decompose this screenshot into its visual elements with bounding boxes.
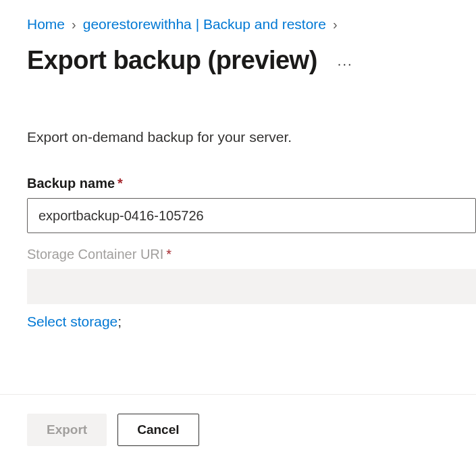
backup-name-input[interactable] (27, 198, 476, 233)
page-description: Export on-demand backup for your server. (0, 75, 476, 145)
required-indicator: * (166, 247, 171, 262)
page-title-row: Export backup (preview) ··· (0, 32, 476, 75)
more-actions-icon[interactable]: ··· (338, 49, 353, 72)
semicolon: ; (117, 314, 122, 329)
storage-uri-input (27, 269, 476, 304)
chevron-right-icon: › (72, 18, 76, 31)
backup-name-label: Backup name* (27, 176, 476, 191)
storage-uri-label: Storage Container URI* (27, 247, 476, 262)
breadcrumb-home[interactable]: Home (27, 16, 65, 32)
breadcrumb: Home › georestorewithha | Backup and res… (0, 0, 476, 32)
cancel-button[interactable]: Cancel (117, 414, 199, 446)
select-storage-link[interactable]: Select storage (27, 314, 117, 330)
breadcrumb-resource[interactable]: georestorewithha | Backup and restore (83, 16, 326, 32)
required-indicator: * (117, 176, 123, 191)
export-button: Export (27, 414, 107, 446)
chevron-right-icon: › (333, 18, 338, 31)
form: Backup name* Storage Container URI* Sele… (0, 145, 476, 330)
storage-uri-group: Storage Container URI* Select storage; (27, 247, 476, 330)
page-title: Export backup (preview) (27, 46, 317, 75)
backup-name-group: Backup name* (27, 176, 476, 233)
footer: Export Cancel (0, 394, 476, 465)
